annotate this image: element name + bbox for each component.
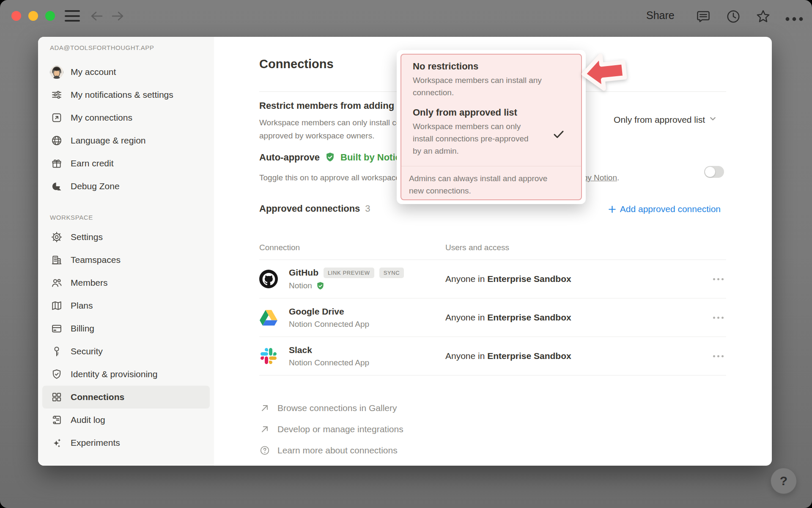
approved-connections-count: 3 [365, 203, 370, 214]
sidebar-item-label: Identity & provisioning [71, 369, 157, 379]
sidebar-item-settings[interactable]: Settings [42, 226, 210, 248]
arrow-up-right-square-icon [50, 111, 63, 124]
forward-arrow-icon[interactable] [110, 9, 125, 23]
scroll-icon [50, 413, 63, 427]
option-no-restrictions[interactable]: No restrictions [413, 61, 572, 72]
sliders-icon [50, 88, 63, 102]
sidebar-item-earn-credit[interactable]: Earn credit [42, 152, 210, 175]
sidebar-item-connections[interactable]: Connections [42, 386, 210, 409]
row-more-options-icon[interactable] [710, 276, 726, 283]
footer-link-label: Browse connections in Gallery [277, 403, 397, 413]
table-row-slack[interactable]: Slack Notion Connected App Anyone in Ent… [259, 337, 726, 375]
table-row-github[interactable]: GitHub LINK PREVIEW SYNC Notion [259, 260, 726, 298]
row-more-options-icon[interactable] [710, 314, 726, 321]
auto-approve-description-period: . [617, 173, 619, 182]
menu-icon[interactable] [65, 10, 80, 22]
table-header-row: Connection Users and access [259, 236, 726, 260]
sidebar-item-label: Members [71, 278, 108, 288]
shield-check-icon [50, 367, 63, 381]
plus-icon [608, 205, 617, 214]
sidebar-item-label: Experiments [71, 438, 120, 448]
connection-name: GitHub [289, 268, 318, 278]
column-header-users: Users and access [445, 243, 726, 252]
restriction-dropdown[interactable]: Only from approved list [614, 114, 717, 125]
history-clock-icon[interactable] [726, 9, 741, 26]
approved-connections-heading: Approved connections 3 [259, 203, 370, 214]
more-options-icon[interactable] [785, 15, 804, 23]
row-more-options-icon[interactable] [710, 353, 726, 360]
sidebar-item-label: Teamspaces [71, 255, 121, 265]
approved-connections-table: Connection Users and access GitHub LINK … [259, 236, 726, 375]
settings-sidebar: ADA@TOOLSFORTHOUGHT.APP My account My no… [38, 37, 214, 466]
comments-icon[interactable] [696, 9, 711, 26]
footer-link-label: Learn more about connections [277, 445, 398, 456]
toggle-knob [705, 167, 715, 177]
sidebar-item-label: Language & region [71, 135, 146, 146]
sidebar-item-my-connections[interactable]: My connections [42, 106, 210, 129]
sidebar-item-experiments[interactable]: Experiments [42, 431, 210, 454]
add-approved-connection-button[interactable]: Add approved connection [608, 204, 721, 214]
sidebar-item-label: Earn credit [71, 158, 114, 168]
sidebar-item-label: Billing [71, 323, 94, 334]
sidebar-item-label: My account [71, 67, 116, 77]
sidebar-item-audit-log[interactable]: Audit log [42, 409, 210, 431]
restriction-options-popup: No restrictions Workspace members can in… [397, 50, 586, 204]
window-zoom-button[interactable] [45, 11, 55, 21]
develop-integrations-link[interactable]: Develop or manage integrations [259, 419, 403, 440]
sidebar-item-language-region[interactable]: Language & region [42, 129, 210, 152]
sparkles-icon [50, 436, 63, 450]
grid-icon [50, 390, 63, 404]
sidebar-item-teamspaces[interactable]: Teamspaces [42, 248, 210, 271]
learn-more-link[interactable]: Learn more about connections [259, 440, 403, 461]
arrow-up-right-icon [259, 424, 270, 435]
sidebar-item-my-account[interactable]: My account [42, 61, 210, 83]
sidebar-item-label: Security [71, 346, 103, 356]
share-button[interactable]: Share [646, 9, 675, 22]
add-approved-connection-label: Add approved connection [620, 204, 721, 214]
slack-logo-icon [259, 347, 278, 365]
github-logo-icon [259, 270, 278, 288]
sidebar-item-plans[interactable]: Plans [42, 294, 210, 317]
auto-approve-toggle[interactable] [704, 166, 724, 178]
verified-shield-icon [324, 152, 336, 163]
map-icon [50, 299, 63, 312]
sidebar-item-label: Settings [71, 232, 103, 242]
selected-check-icon [552, 127, 565, 143]
option-no-restrictions-description: Workspace members can install any connec… [413, 75, 552, 99]
account-email-label: ADA@TOOLSFORTHOUGHT.APP [50, 44, 214, 52]
sidebar-item-members[interactable]: Members [42, 271, 210, 294]
screen: Share ADA@TOOLSFORTHOUGHT.APP My account [0, 0, 812, 508]
help-button[interactable]: ? [771, 468, 797, 494]
sidebar-item-label: Connections [71, 392, 124, 402]
workspace-section-label: WORKSPACE [50, 213, 214, 222]
browse-gallery-link[interactable]: Browse connections in Gallery [259, 398, 403, 419]
sidebar-item-security[interactable]: Security [42, 340, 210, 363]
sidebar-item-billing[interactable]: Billing [42, 317, 210, 340]
link-preview-badge: LINK PREVIEW [324, 268, 374, 278]
window-minimize-button[interactable] [28, 11, 38, 21]
sync-badge: SYNC [379, 268, 404, 278]
window-close-button[interactable] [11, 11, 21, 21]
chevron-down-icon [708, 114, 717, 125]
sidebar-item-identity-provisioning[interactable]: Identity & provisioning [42, 363, 210, 386]
sidebar-item-debug-zone[interactable]: Debug Zone [42, 175, 210, 198]
option-only-approved[interactable]: Only from approved list [413, 107, 572, 118]
access-text: Anyone in Enterprise Sandbox [445, 312, 571, 323]
sidebar-item-notifications-settings[interactable]: My notifications & settings [42, 83, 210, 106]
google-drive-logo-icon [259, 308, 278, 327]
option-only-approved-description: Workspace members can only install conne… [413, 121, 533, 157]
column-header-connection: Connection [259, 243, 445, 252]
connection-name: Slack [289, 345, 312, 355]
sidebar-item-label: Audit log [71, 415, 105, 425]
building-icon [50, 253, 63, 267]
table-row-google-drive[interactable]: Google Drive Notion Connected App Anyone… [259, 298, 726, 337]
restriction-dropdown-value: Only from approved list [614, 115, 705, 125]
people-icon [50, 276, 63, 290]
footer-link-label: Develop or manage integrations [277, 424, 403, 434]
sidebar-item-label: Debug Zone [71, 181, 120, 191]
globe-icon [50, 134, 63, 147]
auto-approve-title: Auto-approve [259, 152, 320, 163]
back-arrow-icon[interactable] [90, 9, 104, 23]
favorite-star-icon[interactable] [755, 9, 771, 26]
access-text: Anyone in Enterprise Sandbox [445, 274, 571, 284]
